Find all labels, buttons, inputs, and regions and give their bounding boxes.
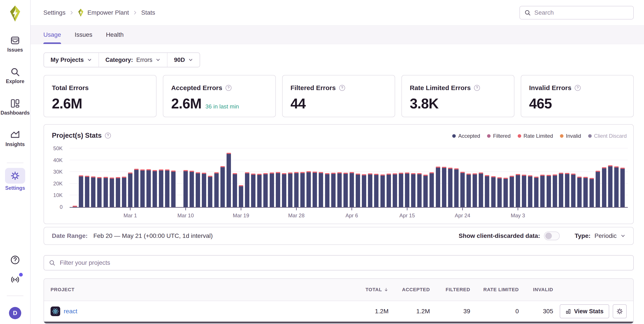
- chart-bar[interactable]: [152, 170, 157, 207]
- chart-bar[interactable]: [553, 174, 557, 207]
- chart-bar[interactable]: [454, 168, 458, 207]
- chart-bar[interactable]: [362, 174, 366, 207]
- column-header-project[interactable]: PROJECT: [50, 287, 345, 293]
- chart-bar[interactable]: [399, 173, 403, 207]
- chart-bar[interactable]: [393, 173, 397, 207]
- chart-bar[interactable]: [504, 178, 508, 207]
- chart-bar[interactable]: [417, 173, 422, 207]
- chart-bar[interactable]: [122, 177, 126, 207]
- tab-issues[interactable]: Issues: [75, 25, 92, 44]
- project-selector[interactable]: My Projects: [44, 53, 98, 67]
- chart-bar[interactable]: [239, 185, 243, 207]
- project-settings-button[interactable]: [613, 304, 627, 318]
- chart-bar[interactable]: [134, 169, 138, 207]
- chart-bar[interactable]: [184, 170, 188, 207]
- chart-bar[interactable]: [466, 173, 471, 207]
- category-selector[interactable]: Category: Errors: [98, 53, 167, 67]
- legend-item-rate-limited[interactable]: Rate Limited: [518, 133, 553, 139]
- chart-bar[interactable]: [214, 172, 219, 207]
- help-button[interactable]: [10, 255, 20, 265]
- chart-bar[interactable]: [522, 175, 526, 207]
- chart-bar[interactable]: [300, 172, 305, 207]
- chart-bar[interactable]: [497, 177, 502, 207]
- chart-bar[interactable]: [423, 175, 428, 207]
- chart-bar[interactable]: [190, 171, 194, 207]
- chart-bar[interactable]: [325, 173, 330, 207]
- breadcrumb-settings[interactable]: Settings: [43, 9, 66, 16]
- client-discard-toggle[interactable]: [544, 232, 560, 240]
- chart-bar[interactable]: [405, 172, 409, 207]
- chart-bar[interactable]: [374, 174, 378, 207]
- chart-bar[interactable]: [571, 173, 576, 207]
- chart-bar[interactable]: [491, 176, 496, 207]
- sidebar-item-insights[interactable]: Insights: [0, 130, 30, 147]
- avatar[interactable]: D: [9, 307, 21, 319]
- global-search[interactable]: [520, 6, 634, 19]
- legend-item-filtered[interactable]: Filtered: [487, 133, 510, 139]
- whats-new-button[interactable]: [10, 275, 20, 285]
- sidebar-item-explore[interactable]: Explore: [0, 67, 30, 84]
- chart-bar[interactable]: [288, 172, 292, 207]
- chart-bar[interactable]: [171, 170, 176, 207]
- chart-bar[interactable]: [350, 172, 354, 207]
- project-filter-input[interactable]: [44, 255, 634, 270]
- chart-bar[interactable]: [528, 175, 532, 207]
- chart-bar[interactable]: [386, 173, 391, 207]
- period-selector[interactable]: 90D: [167, 53, 200, 67]
- chart-bar[interactable]: [257, 174, 262, 207]
- chart-bar[interactable]: [356, 173, 360, 207]
- chart-bar[interactable]: [430, 172, 434, 207]
- chart-bar[interactable]: [510, 176, 514, 207]
- column-header-invalid[interactable]: INVALID: [519, 287, 553, 293]
- chart-bar[interactable]: [479, 172, 483, 207]
- chart-bar[interactable]: [140, 169, 145, 207]
- chart-bar[interactable]: [583, 177, 588, 207]
- chart-bar[interactable]: [516, 174, 520, 207]
- chart-bar[interactable]: [233, 173, 237, 207]
- chart-bar[interactable]: [319, 172, 323, 207]
- legend-item-invalid[interactable]: Invalid: [560, 133, 581, 139]
- chart-bar[interactable]: [559, 173, 563, 207]
- chart-bar[interactable]: [436, 166, 440, 207]
- column-header-rate_limited[interactable]: RATE LIMITED: [470, 287, 519, 293]
- chart-bar[interactable]: [202, 173, 206, 207]
- tab-usage[interactable]: Usage: [43, 25, 61, 44]
- chart-bar[interactable]: [146, 169, 151, 207]
- chart-bar[interactable]: [245, 172, 249, 207]
- chart-bar[interactable]: [220, 166, 225, 207]
- chart-bar[interactable]: [596, 171, 600, 207]
- chart-bar[interactable]: [79, 175, 83, 207]
- chart-bar[interactable]: [276, 172, 280, 207]
- chart-bar[interactable]: [91, 176, 96, 207]
- chart-bar[interactable]: [472, 173, 477, 207]
- sentry-logo-icon[interactable]: [9, 5, 21, 22]
- chart-bar[interactable]: [411, 173, 416, 207]
- column-header-accepted[interactable]: ACCEPTED: [388, 287, 430, 293]
- chart-bar[interactable]: [208, 176, 212, 207]
- chart-bar[interactable]: [448, 168, 452, 207]
- chart-bar[interactable]: [608, 165, 612, 207]
- chart-bar[interactable]: [294, 172, 298, 207]
- chart-bar[interactable]: [104, 177, 108, 207]
- chart-bar[interactable]: [577, 177, 582, 207]
- help-circle-icon[interactable]: [339, 85, 346, 91]
- chart-bar[interactable]: [116, 177, 120, 207]
- global-search-input[interactable]: [534, 9, 629, 16]
- project-link[interactable]: react: [64, 308, 77, 315]
- sidebar-item-dashboards[interactable]: Dashboards: [0, 98, 30, 116]
- chart-bar[interactable]: [368, 173, 372, 207]
- chart-bar[interactable]: [546, 175, 551, 207]
- chart-bar[interactable]: [165, 169, 170, 207]
- chart-bar[interactable]: [331, 173, 336, 207]
- chart-bar[interactable]: [97, 177, 102, 207]
- help-circle-icon[interactable]: [574, 85, 581, 91]
- chart-plot[interactable]: 010K20K30K40K50KMar 1Mar 10Mar 19Mar 28A…: [73, 149, 626, 207]
- legend-item-accepted[interactable]: Accepted: [452, 133, 480, 139]
- sidebar-item-issues[interactable]: Issues: [0, 35, 30, 53]
- type-value[interactable]: Periodic: [594, 232, 617, 239]
- breadcrumb-org[interactable]: Empower Plant: [87, 9, 129, 16]
- column-header-total[interactable]: TOTAL: [345, 287, 388, 293]
- chart-bar[interactable]: [226, 153, 231, 207]
- tab-health[interactable]: Health: [106, 25, 124, 44]
- chart-bar[interactable]: [128, 172, 132, 207]
